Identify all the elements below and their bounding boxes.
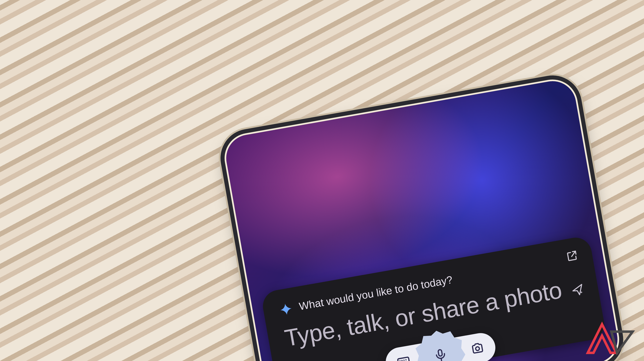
phone-device: What would you like to do today? Type, t…: [222, 78, 622, 361]
assistant-card: What would you like to do today? Type, t…: [260, 235, 607, 361]
scene-photo: What would you like to do today? Type, t…: [0, 0, 644, 361]
gemini-sparkle-icon: [279, 302, 293, 316]
svg-line-11: [441, 358, 442, 360]
phone-screen: What would you like to do today? Type, t…: [222, 78, 622, 361]
open-external-icon[interactable]: [565, 249, 580, 263]
svg-point-12: [476, 346, 480, 351]
microphone-button[interactable]: [412, 326, 469, 361]
watermark-logo: [580, 320, 637, 357]
send-sparkle-icon[interactable]: [570, 282, 585, 297]
assistant-input-pill: [383, 331, 498, 361]
svg-rect-10: [438, 349, 442, 356]
